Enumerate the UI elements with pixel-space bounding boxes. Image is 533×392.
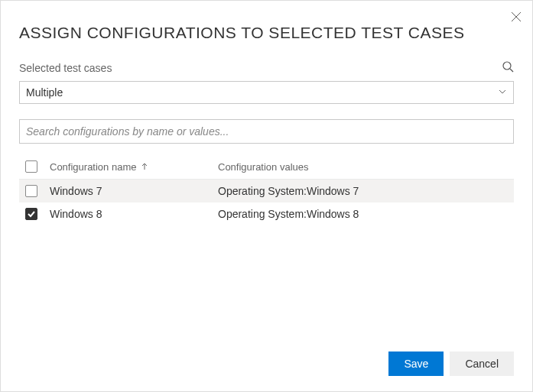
search-input[interactable] xyxy=(26,125,507,138)
table-header: Configuration name Configuration values xyxy=(19,154,514,180)
search-box[interactable] xyxy=(19,119,514,144)
table-row[interactable]: Windows 7 Operating System:Windows 7 xyxy=(19,180,514,202)
test-cases-dropdown[interactable]: Multiple xyxy=(19,81,514,104)
row-checkbox[interactable] xyxy=(25,185,37,197)
row-checkbox[interactable] xyxy=(25,208,37,220)
configurations-table: Configuration name Configuration values … xyxy=(19,154,514,339)
selected-test-cases-row: Selected test cases xyxy=(19,60,514,75)
chevron-down-icon xyxy=(498,86,507,99)
config-name: Windows 7 xyxy=(50,185,218,197)
svg-point-2 xyxy=(503,62,511,70)
selected-test-cases-label: Selected test cases xyxy=(19,62,112,74)
assign-configurations-dialog: ASSIGN CONFIGURATIONS TO SELECTED TEST C… xyxy=(1,1,532,391)
column-header-name[interactable]: Configuration name xyxy=(50,161,218,173)
sort-ascending-icon xyxy=(141,161,148,173)
dropdown-value: Multiple xyxy=(26,86,63,99)
close-icon[interactable] xyxy=(511,11,522,25)
column-header-values[interactable]: Configuration values xyxy=(218,161,511,173)
dialog-title: ASSIGN CONFIGURATIONS TO SELECTED TEST C… xyxy=(19,24,514,42)
cancel-button[interactable]: Cancel xyxy=(450,352,514,376)
save-button[interactable]: Save xyxy=(388,352,444,376)
table-row[interactable]: Windows 8 Operating System:Windows 8 xyxy=(19,202,514,225)
select-all-checkbox[interactable] xyxy=(25,160,37,173)
dialog-footer: Save Cancel xyxy=(19,339,514,376)
config-name: Windows 8 xyxy=(50,208,218,220)
svg-line-3 xyxy=(510,69,513,72)
config-values: Operating System:Windows 8 xyxy=(218,208,511,220)
search-icon[interactable] xyxy=(502,60,514,75)
config-values: Operating System:Windows 7 xyxy=(218,185,511,197)
